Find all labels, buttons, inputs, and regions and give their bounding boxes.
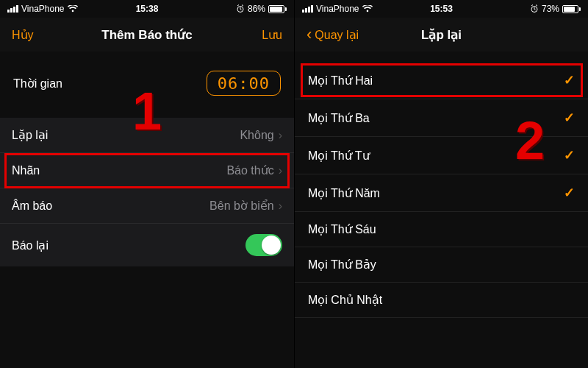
battery-icon	[562, 5, 581, 13]
screen-add-alarm: VinaPhone 15:38 86% Hủy Thêm Báo thức Lư…	[0, 0, 294, 368]
clock-label: 15:38	[0, 4, 294, 14]
check-icon: ✓	[564, 110, 575, 126]
row-label-val: Báo thức	[226, 163, 273, 177]
nav-title: Thêm Báo thức	[0, 27, 294, 43]
day-label: Mọi Thứ Tư	[308, 149, 370, 163]
cancel-button[interactable]: Hủy	[12, 28, 34, 42]
save-button[interactable]: Lưu	[262, 28, 282, 42]
day-row-wed[interactable]: Mọi Thứ Tư✓	[295, 137, 588, 174]
status-bar: VinaPhone 15:38 86%	[0, 0, 294, 18]
day-label: Mọi Thứ Năm	[308, 186, 380, 200]
row-snooze-key: Báo lại	[12, 238, 49, 252]
nav-bar: ‹ Quay lại Lặp lại .	[295, 18, 588, 52]
clock-label: 15:53	[295, 4, 588, 14]
day-label: Mọi Thứ Sáu	[308, 222, 376, 236]
nav-bar: Hủy Thêm Báo thức Lưu	[0, 18, 294, 52]
time-value: 06:00	[218, 74, 270, 93]
check-icon: ✓	[564, 147, 575, 163]
check-icon: ✓	[564, 72, 575, 88]
check-icon: ✓	[564, 185, 575, 201]
row-sound[interactable]: Âm báo Bên bờ biển›	[0, 188, 294, 224]
day-label: Mọi Thứ Hai	[308, 74, 373, 88]
day-row-thu[interactable]: Mọi Thứ Năm✓	[295, 174, 588, 212]
alarm-options-list: Lặp lại Không› Nhãn Báo thức› Âm báo Bên…	[0, 118, 294, 266]
chevron-right-icon: ›	[279, 164, 282, 177]
day-label: Mọi Thứ Bảy	[308, 258, 376, 272]
row-sound-key: Âm báo	[12, 199, 52, 213]
battery-icon	[268, 5, 287, 13]
day-row-mon[interactable]: Mọi Thứ Hai✓	[295, 62, 588, 99]
day-row-sun[interactable]: Mọi Chủ Nhật	[295, 283, 588, 318]
row-label-key: Nhãn	[12, 164, 40, 177]
screen-repeat: VinaPhone 15:53 73% ‹ Quay lại Lặp lại .	[294, 0, 588, 368]
row-snooze: Báo lại	[0, 224, 294, 266]
day-row-fri[interactable]: Mọi Thứ Sáu	[295, 212, 588, 247]
row-repeat-key: Lặp lại	[12, 128, 48, 142]
time-row: Thời gian 06:00	[0, 52, 294, 118]
time-picker[interactable]: 06:00	[207, 71, 281, 96]
day-label: Mọi Thứ Ba	[308, 111, 370, 125]
chevron-left-icon: ‹	[306, 26, 312, 43]
status-bar: VinaPhone 15:53 73%	[295, 0, 588, 18]
row-repeat-val: Không	[240, 129, 273, 142]
snooze-toggle[interactable]	[245, 234, 282, 256]
time-label: Thời gian	[13, 77, 62, 91]
chevron-right-icon: ›	[279, 199, 282, 213]
day-row-tue[interactable]: Mọi Thứ Ba✓	[295, 99, 588, 137]
day-label: Mọi Chủ Nhật	[308, 293, 382, 307]
day-list: Mọi Thứ Hai✓ Mọi Thứ Ba✓ Mọi Thứ Tư✓ Mọi…	[295, 62, 588, 318]
row-repeat[interactable]: Lặp lại Không›	[0, 118, 294, 153]
day-row-sat[interactable]: Mọi Thứ Bảy	[295, 247, 588, 283]
back-label: Quay lại	[315, 28, 359, 42]
row-label[interactable]: Nhãn Báo thức›	[0, 153, 294, 188]
back-button[interactable]: ‹ Quay lại	[306, 26, 359, 43]
row-sound-val: Bên bờ biển	[209, 199, 274, 213]
chevron-right-icon: ›	[279, 129, 282, 142]
